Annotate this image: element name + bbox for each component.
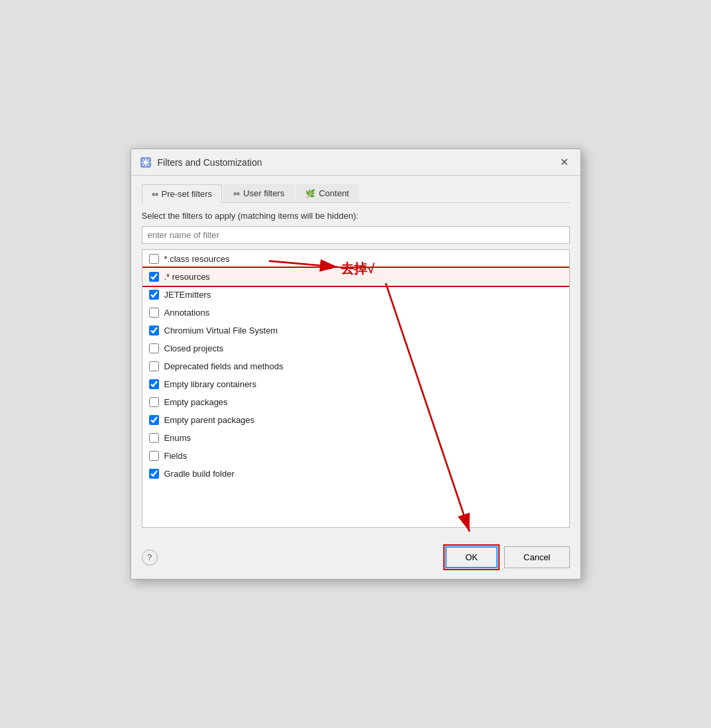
- filter-item-empty-parent[interactable]: Empty parent packages: [142, 411, 569, 429]
- checkbox-fields[interactable]: [149, 451, 159, 461]
- checkbox-chromium-vfs[interactable]: [149, 326, 159, 335]
- checkbox-empty-packages[interactable]: [149, 397, 159, 407]
- tab-preset-label: Pre-set filters: [162, 189, 213, 199]
- tab-user-icon: ⇔: [233, 189, 240, 198]
- filter-list: *.class resources .* resources JETEmitte…: [142, 249, 570, 528]
- tab-preset[interactable]: ⇔ Pre-set filters: [142, 184, 223, 203]
- label-empty-library: Empty library containers: [164, 379, 256, 389]
- filter-item-jetemitters[interactable]: JETEmitters: [142, 286, 569, 304]
- label-fields: Fields: [164, 451, 188, 461]
- filter-item-dot-resources[interactable]: .* resources: [142, 268, 569, 286]
- tab-content[interactable]: 🌿 Content: [296, 184, 359, 202]
- label-empty-parent: Empty parent packages: [164, 415, 255, 425]
- tab-user[interactable]: ⇔ User filters: [223, 184, 294, 202]
- label-enums: Enums: [164, 433, 191, 443]
- checkbox-jetemitters[interactable]: [149, 290, 159, 300]
- checkbox-deprecated[interactable]: [149, 361, 159, 371]
- tab-preset-icon: ⇔: [152, 190, 158, 199]
- checkbox-empty-parent[interactable]: [149, 415, 159, 425]
- label-jetemitters: JETEmitters: [164, 290, 211, 300]
- filter-item-annotations[interactable]: Annotations: [142, 304, 569, 322]
- checkbox-annotations[interactable]: [149, 308, 159, 318]
- help-button[interactable]: ?: [142, 550, 158, 566]
- label-gradle: Gradle build folder: [164, 469, 235, 479]
- title-bar: Filters and Customization ✕: [131, 149, 580, 176]
- filter-item-deprecated[interactable]: Deprecated fields and methods: [142, 357, 569, 375]
- gear-icon: [139, 156, 152, 169]
- filter-item-gradle[interactable]: Gradle build folder: [142, 465, 569, 483]
- checkbox-dot-resources[interactable]: [149, 272, 159, 282]
- filter-item-enums[interactable]: Enums: [142, 429, 569, 447]
- footer-left: ?: [142, 550, 158, 566]
- filter-item-fields[interactable]: Fields: [142, 447, 569, 465]
- filter-description: Select the filters to apply (matching it…: [142, 211, 570, 221]
- search-input[interactable]: [142, 226, 570, 244]
- tab-user-label: User filters: [243, 188, 284, 198]
- checkbox-class-resources[interactable]: [149, 254, 159, 264]
- checkbox-closed-projects[interactable]: [149, 343, 159, 353]
- ok-button[interactable]: OK: [445, 546, 498, 568]
- label-empty-packages: Empty packages: [164, 397, 228, 407]
- checkbox-gradle[interactable]: [149, 469, 159, 479]
- dialog-footer: ? OK Cancel: [131, 536, 580, 579]
- dialog-wrapper: Filters and Customization ✕ ⇔ Pre-set fi…: [131, 149, 581, 579]
- dialog: Filters and Customization ✕ ⇔ Pre-set fi…: [131, 149, 581, 579]
- filter-item-class-resources[interactable]: *.class resources: [142, 250, 569, 268]
- label-deprecated: Deprecated fields and methods: [164, 361, 284, 371]
- filter-item-empty-library[interactable]: Empty library containers: [142, 375, 569, 393]
- tab-content-label: Content: [319, 188, 349, 198]
- checkbox-enums[interactable]: [149, 433, 159, 443]
- filter-item-chromium-vfs[interactable]: Chromium Virtual File System: [142, 322, 569, 339]
- filter-item-empty-packages[interactable]: Empty packages: [142, 393, 569, 411]
- close-button[interactable]: ✕: [556, 154, 573, 170]
- label-chromium-vfs: Chromium Virtual File System: [164, 326, 278, 335]
- svg-point-1: [144, 160, 148, 164]
- tabs: ⇔ Pre-set filters ⇔ User filters 🌿 Conte…: [142, 184, 570, 203]
- cancel-button[interactable]: Cancel: [504, 546, 569, 568]
- dialog-body: ⇔ Pre-set filters ⇔ User filters 🌿 Conte…: [131, 176, 580, 536]
- label-closed-projects: Closed projects: [164, 343, 224, 353]
- checkbox-empty-library[interactable]: [149, 379, 159, 389]
- filter-item-closed-projects[interactable]: Closed projects: [142, 339, 569, 357]
- label-class-resources: *.class resources: [164, 254, 230, 264]
- tab-content-icon: 🌿: [305, 189, 315, 198]
- dialog-title: Filters and Customization: [158, 157, 262, 168]
- title-bar-left: Filters and Customization: [139, 156, 262, 169]
- label-annotations: Annotations: [164, 308, 210, 318]
- label-dot-resources: .* resources: [164, 272, 210, 282]
- footer-right: OK Cancel: [445, 546, 569, 568]
